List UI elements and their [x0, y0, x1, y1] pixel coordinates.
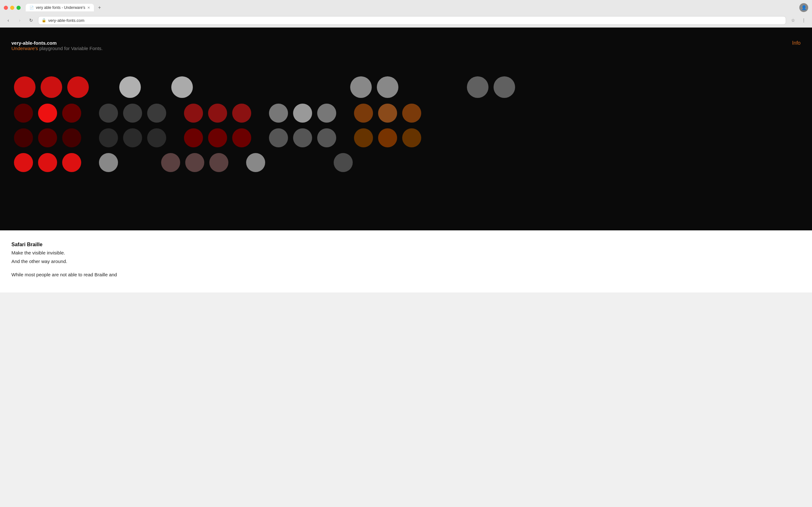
browser-chrome: 📄 very able fonts - Underware's ✕ + 👤 ‹ … — [0, 0, 812, 27]
dot — [208, 128, 227, 147]
close-traffic-light[interactable] — [4, 6, 8, 10]
site-subtitle: Underware's playground for Variable Font… — [11, 46, 801, 51]
dot — [123, 104, 142, 123]
maximize-traffic-light[interactable] — [16, 6, 20, 10]
active-tab[interactable]: 📄 very able fonts - Underware's ✕ — [26, 4, 94, 11]
dot — [99, 128, 118, 147]
dot — [67, 76, 89, 98]
dot — [209, 153, 229, 172]
dot — [38, 153, 57, 172]
dot — [14, 153, 33, 172]
address-bar[interactable]: 🔒 very-able-fonts.com — [38, 16, 786, 25]
dot — [38, 104, 57, 123]
dot — [293, 128, 312, 147]
dot — [38, 128, 57, 147]
dot — [147, 128, 166, 147]
dot — [123, 128, 142, 147]
dot — [99, 104, 118, 123]
info-button[interactable]: Info — [792, 40, 801, 46]
dot — [62, 128, 81, 147]
dot — [99, 153, 118, 172]
browser-titlebar: 📄 very able fonts - Underware's ✕ + 👤 — [0, 0, 812, 14]
section-body: Make the visible invisible. And the othe… — [11, 249, 801, 279]
dot — [378, 104, 397, 123]
page-content: very-able-fonts.com Underware's playgrou… — [0, 27, 812, 292]
site-title: very-able-fonts.com — [11, 40, 801, 46]
dot — [350, 76, 372, 98]
dot — [171, 76, 193, 98]
dot — [354, 104, 373, 123]
dot — [402, 104, 421, 123]
dot — [378, 128, 397, 147]
dot — [467, 76, 489, 98]
canvas-section: very-able-fonts.com Underware's playgrou… — [0, 27, 812, 230]
bookmark-button[interactable]: ☆ — [789, 16, 798, 25]
url-display: very-able-fonts.com — [48, 18, 782, 23]
text-section: Safari Braille Make the visible invisibl… — [0, 230, 812, 292]
dot — [208, 104, 227, 123]
dot-row-2 — [11, 104, 801, 123]
dot — [161, 153, 180, 172]
dot-row-1 — [11, 76, 801, 98]
site-header: very-able-fonts.com Underware's playgrou… — [11, 40, 801, 51]
forward-button[interactable]: › — [15, 16, 24, 25]
tab-page-icon: 📄 — [30, 6, 34, 10]
dot — [62, 153, 81, 172]
dot — [246, 153, 265, 172]
more-button[interactable]: ⋮ — [799, 16, 808, 25]
tab-close-button[interactable]: ✕ — [87, 6, 90, 10]
dot-row-3 — [11, 128, 801, 147]
underware-link[interactable]: Underware's — [11, 46, 38, 51]
dot — [293, 104, 312, 123]
toolbar-right: ☆ ⋮ — [789, 16, 808, 25]
refresh-button[interactable]: ↻ — [27, 16, 36, 25]
dot — [402, 128, 421, 147]
dot-grid — [11, 76, 801, 172]
browser-toolbar: ‹ › ↻ 🔒 very-able-fonts.com ☆ ⋮ — [0, 14, 812, 27]
dot — [494, 76, 515, 98]
dot — [334, 153, 353, 172]
subtitle-suffix: playground for Variable Fonts. — [38, 46, 103, 51]
dot — [14, 128, 33, 147]
dot — [119, 76, 141, 98]
dot — [232, 104, 251, 123]
dot-row-4 — [11, 153, 801, 172]
account-button[interactable]: 👤 — [799, 3, 808, 12]
body-line-3: While most people are not able to read B… — [11, 271, 801, 279]
dot — [147, 104, 166, 123]
dot — [14, 104, 33, 123]
dot — [317, 104, 336, 123]
dot — [14, 76, 36, 98]
dot — [377, 76, 398, 98]
dot — [62, 104, 81, 123]
secure-icon: 🔒 — [42, 18, 46, 22]
section-title: Safari Braille — [11, 242, 801, 247]
dot — [184, 128, 203, 147]
dot — [269, 128, 288, 147]
dot — [41, 76, 62, 98]
dot — [232, 128, 251, 147]
dot — [317, 128, 336, 147]
minimize-traffic-light[interactable] — [10, 6, 14, 10]
back-button[interactable]: ‹ — [4, 16, 13, 25]
traffic-lights — [4, 6, 20, 10]
tab-title: very able fonts - Underware's — [36, 5, 85, 10]
tab-bar: 📄 very able fonts - Underware's ✕ + — [26, 4, 104, 11]
body-line-1: Make the visible invisible. — [11, 249, 801, 257]
dot — [269, 104, 288, 123]
new-tab-button[interactable]: + — [95, 4, 104, 11]
dot — [354, 128, 373, 147]
body-line-2: And the other way around. — [11, 258, 801, 265]
dot — [184, 104, 203, 123]
dot — [185, 153, 204, 172]
